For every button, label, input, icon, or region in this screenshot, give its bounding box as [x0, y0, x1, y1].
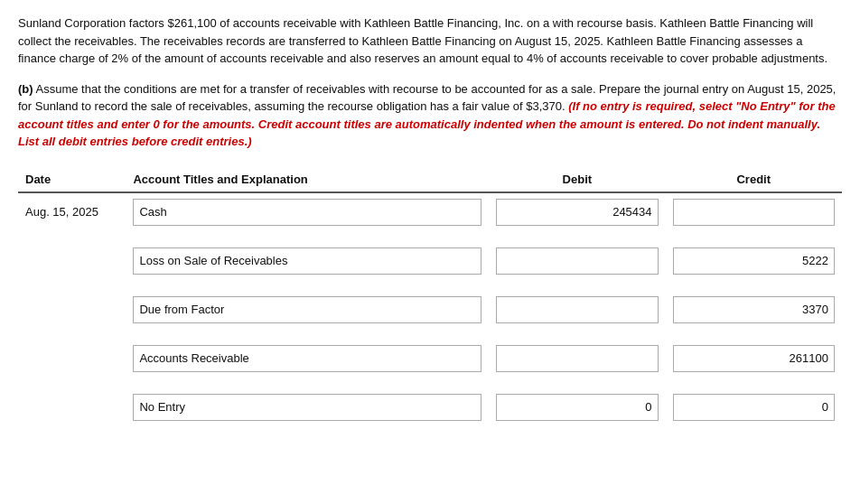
date-cell: Aug. 15, 2025 [18, 192, 126, 231]
debit-input[interactable]: 245434 [496, 199, 658, 226]
credit-input[interactable]: 261100 [673, 345, 835, 372]
table-row: Due from Factor3370 [18, 291, 842, 329]
debit-cell[interactable] [489, 242, 665, 280]
part-b-bold: (b) [18, 82, 33, 96]
date-cell [18, 388, 126, 426]
date-cell [18, 242, 126, 280]
account-input[interactable]: Loss on Sale of Receivables [133, 247, 481, 275]
header-credit: Credit [666, 167, 842, 192]
table-row: Accounts Receivable261100 [18, 340, 842, 378]
debit-input[interactable] [496, 345, 658, 372]
account-input[interactable]: Due from Factor [133, 296, 481, 323]
credit-cell[interactable]: 5222 [666, 242, 842, 280]
credit-cell[interactable]: 261100 [666, 340, 842, 378]
journal-table: Date Account Titles and Explanation Debi… [18, 167, 842, 426]
account-input[interactable]: Cash [133, 199, 481, 226]
debit-cell[interactable]: 245434 [489, 192, 665, 231]
account-input[interactable]: Accounts Receivable [133, 345, 481, 372]
table-row: No Entry00 [18, 388, 842, 426]
credit-cell[interactable] [666, 192, 842, 231]
credit-cell[interactable]: 3370 [666, 291, 842, 329]
account-cell[interactable]: Loss on Sale of Receivables [126, 242, 489, 280]
debit-cell[interactable] [489, 340, 665, 378]
account-input[interactable]: No Entry [133, 394, 481, 421]
header-account: Account Titles and Explanation [126, 167, 489, 192]
credit-input[interactable]: 0 [673, 394, 835, 421]
debit-cell[interactable]: 0 [489, 388, 665, 426]
credit-input[interactable]: 5222 [673, 247, 835, 275]
debit-input[interactable] [496, 296, 658, 323]
account-cell[interactable]: Accounts Receivable [126, 340, 489, 378]
credit-cell[interactable]: 0 [666, 388, 842, 426]
intro-paragraph: Sunland Corporation factors $261,100 of … [18, 14, 842, 68]
account-cell[interactable]: Due from Factor [126, 291, 489, 329]
debit-input[interactable] [496, 247, 658, 275]
date-cell [18, 340, 126, 378]
account-cell[interactable]: Cash [126, 192, 489, 231]
debit-cell[interactable] [489, 291, 665, 329]
part-b-paragraph: (b) Assume that the conditions are met f… [18, 80, 842, 151]
debit-input[interactable]: 0 [496, 394, 658, 421]
credit-input[interactable]: 3370 [673, 296, 835, 323]
header-debit: Debit [489, 167, 665, 192]
date-cell [18, 291, 126, 329]
table-row: Loss on Sale of Receivables5222 [18, 242, 842, 280]
account-cell[interactable]: No Entry [126, 388, 489, 426]
credit-input[interactable] [673, 199, 835, 226]
table-row: Aug. 15, 2025Cash245434 [18, 192, 842, 231]
header-date: Date [18, 167, 126, 192]
